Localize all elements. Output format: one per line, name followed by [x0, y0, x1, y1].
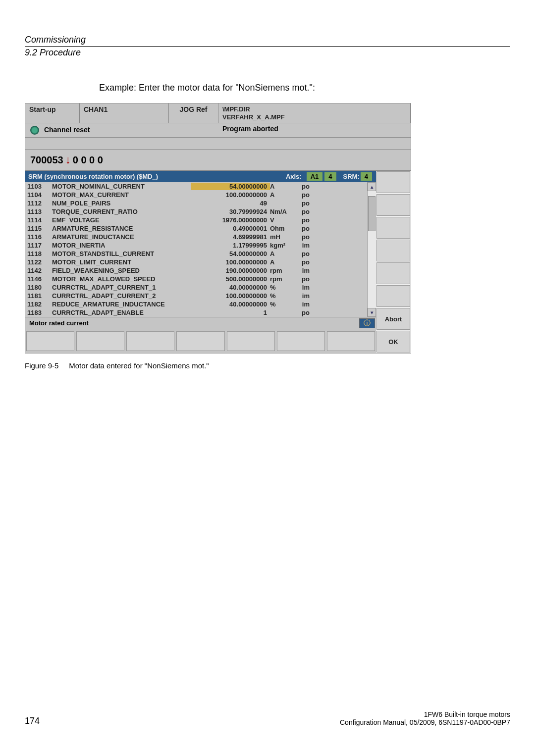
- param-value[interactable]: 100.00000000: [191, 191, 270, 199]
- table-row[interactable]: 1182REDUCE_ARMATURE_INDUCTANCE40.0000000…: [25, 300, 367, 308]
- status-footer-text: Motor rated current: [25, 317, 358, 329]
- param-name: NUM_POLE_PAIRS: [52, 200, 191, 207]
- doc-title: Commissioning: [25, 35, 510, 47]
- parameter-table: 1103MOTOR_NOMINAL_CURRENT54.00000000Apo1…: [25, 182, 367, 317]
- param-name: ARMATURE_RESISTANCE: [52, 225, 191, 232]
- param-value[interactable]: 54.00000000: [191, 183, 270, 190]
- table-row[interactable]: 1104MOTOR_MAX_CURRENT100.00000000Apo: [25, 191, 367, 199]
- table-row[interactable]: 1180CURRCTRL_ADAPT_CURRENT_140.00000000%…: [25, 283, 367, 292]
- param-name: MOTOR_MAX_CURRENT: [52, 191, 191, 199]
- param-unit: kgm²: [270, 242, 295, 249]
- table-row[interactable]: 1122MOTOR_LIMIT_CURRENT100.00000000Apo: [25, 258, 367, 266]
- param-value[interactable]: 1: [191, 309, 270, 316]
- page-number: 174: [25, 716, 40, 726]
- scroll-thumb[interactable]: [368, 196, 375, 231]
- param-value[interactable]: 54.00000000: [191, 250, 270, 257]
- scroll-up-icon[interactable]: ▴: [368, 182, 376, 191]
- softkey-5[interactable]: [227, 331, 275, 351]
- mpf-line2: VERFAHR_X_A.MPF: [222, 113, 406, 121]
- side-btn-4[interactable]: [376, 240, 410, 261]
- param-attr: po: [295, 216, 310, 224]
- param-unit: [270, 200, 295, 207]
- softkey-7[interactable]: [327, 331, 375, 351]
- param-unit: mH: [270, 233, 295, 241]
- param-id: 1114: [27, 216, 52, 224]
- table-row[interactable]: 1183CURRCTRL_ADAPT_ENABLE1po: [25, 308, 367, 317]
- table-row[interactable]: 1115ARMATURE_RESISTANCE0.49000001Ohmpo: [25, 224, 367, 233]
- param-id: 1146: [27, 275, 52, 283]
- param-unit: [270, 309, 295, 316]
- table-row[interactable]: 1116ARMATURE_INDUCTANCE4.69999981mHpo: [25, 233, 367, 241]
- doc-subtitle: 9.2 Procedure: [25, 48, 510, 58]
- param-attr: po: [295, 183, 310, 190]
- table-row[interactable]: 1112NUM_POLE_PAIRS49po: [25, 199, 367, 207]
- scroll-down-icon[interactable]: ▾: [368, 308, 376, 317]
- param-value[interactable]: 40.00000000: [191, 301, 270, 308]
- param-attr: po: [295, 233, 310, 241]
- param-value[interactable]: 100.00000000: [191, 258, 270, 266]
- param-unit: Ohm: [270, 225, 295, 232]
- softkey-2[interactable]: [76, 331, 124, 351]
- param-name: ARMATURE_INDUCTANCE: [52, 233, 191, 241]
- side-btn-1[interactable]: [376, 171, 410, 193]
- param-name: MOTOR_STANDSTILL_CURRENT: [52, 250, 191, 257]
- figure-label: Figure 9-5: [25, 361, 58, 370]
- softkey-3[interactable]: [126, 331, 174, 351]
- param-unit: %: [270, 301, 295, 308]
- param-id: 1104: [27, 191, 52, 199]
- param-id: 1142: [27, 267, 52, 274]
- side-btn-6[interactable]: [376, 285, 410, 307]
- table-row[interactable]: 1113TORQUE_CURRENT_RATIO30.79999924Nm/Ap…: [25, 207, 367, 216]
- side-btn-5[interactable]: [376, 262, 410, 284]
- param-attr: po: [295, 200, 310, 207]
- param-attr: po: [295, 250, 310, 257]
- table-row[interactable]: 1146MOTOR_MAX_ALLOWED_SPEED500.00000000r…: [25, 275, 367, 283]
- param-value[interactable]: 4.69999981: [191, 233, 270, 241]
- table-row[interactable]: 1114EMF_VOLTAGE1976.00000000Vpo: [25, 216, 367, 224]
- param-value[interactable]: 30.79999924: [191, 208, 270, 215]
- srm-num-badge[interactable]: 4: [361, 172, 372, 181]
- axis-name-badge[interactable]: A1: [307, 172, 323, 181]
- scroll-track[interactable]: [368, 191, 376, 308]
- param-attr: po: [295, 275, 310, 283]
- info-icon[interactable]: ⓘ: [359, 318, 375, 328]
- table-row[interactable]: 1103MOTOR_NOMINAL_CURRENT54.00000000Apo: [25, 182, 367, 191]
- param-value[interactable]: 0.49000001: [191, 225, 270, 232]
- side-btn-3[interactable]: [376, 217, 410, 239]
- param-name: MOTOR_NOMINAL_CURRENT: [52, 183, 191, 190]
- param-value[interactable]: 1.17999995: [191, 242, 270, 249]
- code-row: 700053 ↓ 0 0 0 0: [25, 150, 411, 171]
- abort-button[interactable]: Abort: [376, 308, 410, 330]
- table-row[interactable]: 1117MOTOR_INERTIA1.17999995kgm²im: [25, 241, 367, 250]
- param-value[interactable]: 100.00000000: [191, 292, 270, 300]
- param-value[interactable]: 500.00000000: [191, 275, 270, 283]
- table-row[interactable]: 1142FIELD_WEAKENING_SPEED190.00000000rpm…: [25, 266, 367, 275]
- side-btn-2[interactable]: [376, 194, 410, 216]
- param-name: CURRCTRL_ADAPT_CURRENT_1: [52, 284, 191, 291]
- param-name: MOTOR_MAX_ALLOWED_SPEED: [52, 275, 191, 283]
- param-id: 1180: [27, 284, 52, 291]
- table-row[interactable]: 1118MOTOR_STANDSTILL_CURRENT54.00000000A…: [25, 250, 367, 258]
- param-attr: im: [295, 284, 310, 291]
- side-softkeys: Abort OK: [376, 171, 411, 353]
- softkey-1[interactable]: [26, 331, 74, 351]
- param-value[interactable]: 190.00000000: [191, 267, 270, 274]
- axis-label: Axis:: [286, 173, 302, 180]
- param-name: CURRCTRL_ADAPT_CURRENT_2: [52, 292, 191, 300]
- param-id: 1115: [27, 225, 52, 232]
- softkey-6[interactable]: [277, 331, 325, 351]
- ok-button[interactable]: OK: [376, 331, 410, 353]
- param-unit: rpm: [270, 267, 295, 274]
- axis-num-badge[interactable]: 4: [324, 172, 336, 181]
- table-row[interactable]: 1181CURRCTRL_ADAPT_CURRENT_2100.00000000…: [25, 292, 367, 300]
- param-value[interactable]: 40.00000000: [191, 284, 270, 291]
- param-value[interactable]: 1976.00000000: [191, 216, 270, 224]
- channel-reset-text: Channel reset: [44, 126, 90, 134]
- program-aborted: Program aborted: [218, 123, 411, 137]
- scrollbar[interactable]: ▴ ▾: [367, 182, 376, 317]
- param-value[interactable]: 49: [191, 200, 270, 207]
- param-unit: Nm/A: [270, 208, 295, 215]
- param-unit: A: [270, 183, 295, 190]
- hmi-screenshot: Start-up CHAN1 JOG Ref \MPF.DIR VERFAHR_…: [25, 103, 411, 353]
- softkey-4[interactable]: [176, 331, 224, 351]
